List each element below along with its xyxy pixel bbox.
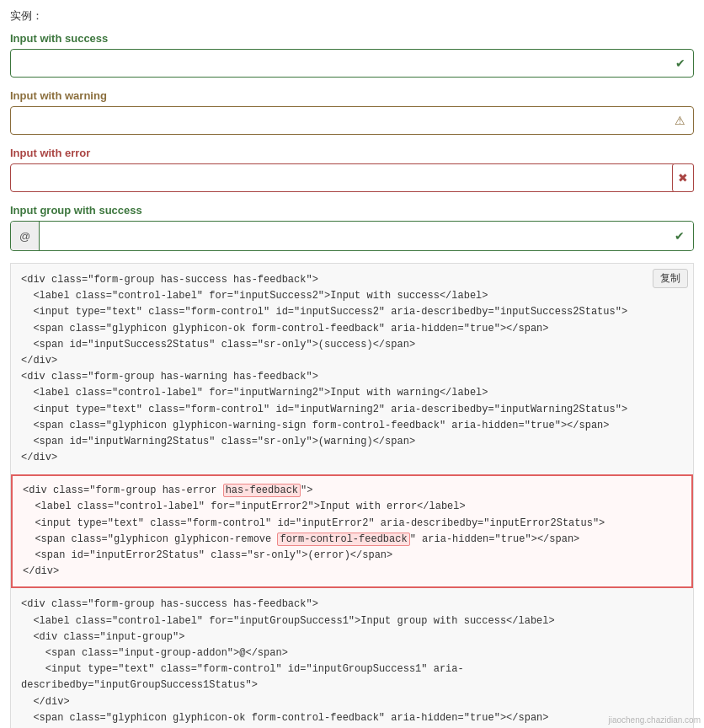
input-wrapper-group-success: @ ✔ bbox=[10, 221, 694, 251]
copy-button[interactable]: 复制 bbox=[653, 269, 688, 288]
code-section: 复制 <div class="form-group has-success ha… bbox=[10, 263, 694, 728]
example-label: 实例： bbox=[10, 8, 694, 24]
label-group-success: Input group with success bbox=[10, 204, 694, 217]
input-addon-at: @ bbox=[11, 222, 40, 250]
input-group-success-field[interactable] bbox=[40, 222, 693, 250]
input-warning[interactable] bbox=[10, 106, 694, 135]
page-wrapper: 实例： Input with success ✔ Input with warn… bbox=[0, 0, 704, 728]
input-error[interactable] bbox=[10, 163, 694, 192]
group-success-icon: ✔ bbox=[675, 229, 685, 243]
label-error: Input with error bbox=[10, 147, 694, 159]
input-wrapper-error: ✖ bbox=[10, 163, 694, 192]
input-success[interactable] bbox=[10, 49, 694, 78]
input-group-success: @ ✔ bbox=[10, 221, 694, 251]
input-wrapper-warning: ⚠ bbox=[10, 106, 694, 135]
label-warning: Input with warning bbox=[10, 89, 694, 102]
success-icon: ✔ bbox=[675, 56, 685, 70]
watermark: jiaocheng.chazidian.com bbox=[608, 715, 701, 725]
code-block: <div class="form-group has-success has-f… bbox=[11, 264, 693, 474]
warning-icon: ⚠ bbox=[675, 114, 685, 127]
code-group-success: <div class="form-group has-success has-f… bbox=[11, 588, 693, 728]
form-group-success: Input with success ✔ bbox=[10, 32, 694, 78]
error-code-content: <div class="form-group has-error has-fee… bbox=[13, 479, 691, 583]
label-success: Input with success bbox=[10, 32, 694, 45]
code-success-open: <div class="form-group has-success has-f… bbox=[21, 274, 318, 286]
form-group-error: Input with error ✖ bbox=[10, 147, 694, 192]
form-group-warning: Input with warning ⚠ bbox=[10, 89, 694, 135]
form-group-group-success: Input group with success @ ✔ bbox=[10, 204, 694, 251]
input-wrapper-success: ✔ bbox=[10, 49, 694, 78]
error-icon: ✖ bbox=[672, 163, 694, 192]
error-code-block: <div class="form-group has-error has-fee… bbox=[11, 474, 693, 588]
